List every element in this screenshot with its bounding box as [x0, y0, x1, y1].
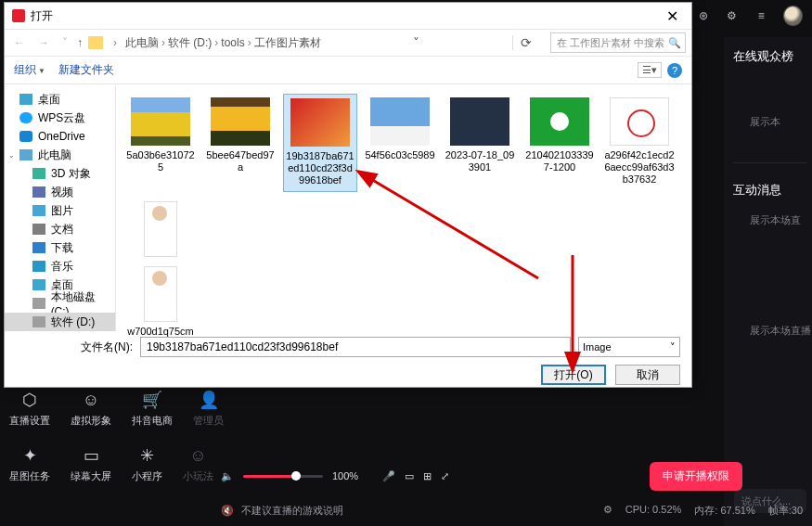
interact-title: 互动消息	[733, 182, 812, 199]
file-item[interactable]: 2104021033397-1200	[522, 94, 597, 192]
file-item[interactable]: 19b3187ba671ed110cd23f3d99618bef	[283, 94, 357, 192]
desktop-icon	[32, 279, 45, 290]
refresh-button[interactable]: ⟳	[512, 35, 539, 50]
toolbar-星图任务[interactable]: ✦星图任务	[9, 445, 50, 483]
open-button[interactable]: 打开(O)	[541, 365, 606, 385]
toolbar-label: 抖音电商	[132, 414, 173, 428]
status-gear-icon[interactable]: ⚙	[603, 504, 612, 518]
tree-item[interactable]: 桌面	[5, 90, 115, 109]
doc-icon	[32, 224, 45, 235]
breadcrumb-item[interactable]: tools	[221, 36, 244, 49]
help-button[interactable]: ?	[667, 63, 682, 78]
file-thumb	[144, 201, 177, 257]
filename-input[interactable]	[140, 337, 571, 357]
tree-item-label: 此电脑	[38, 148, 71, 163]
tree-item[interactable]: 软件 (D:)	[5, 313, 115, 331]
tree-item-label: WPS云盘	[38, 110, 85, 126]
open-file-dialog: 打开 ✕ ← → ˅ ↑ › 此电脑›软件 (D:)›tools›工作图片素材 …	[4, 2, 692, 388]
file-name: 2104021033397-1200	[524, 149, 595, 173]
file-item[interactable]: 2023-07-18_093901	[443, 94, 517, 192]
audience-title: 在线观众榜	[733, 48, 812, 65]
file-item[interactable]: 5a03b6e310725	[123, 94, 198, 192]
toolbar-icon: ⬡	[19, 390, 40, 410]
nav-back[interactable]: ←	[10, 36, 29, 49]
app-icon	[12, 9, 25, 22]
grid-icon[interactable]: ⊞	[423, 470, 432, 482]
nav-recent[interactable]: ˅	[58, 36, 71, 49]
toolbar-label: 直播设置	[9, 414, 50, 428]
organize-menu[interactable]: 组织▼	[14, 62, 45, 78]
file-grid[interactable]: 5a03b6e3107255bee647bed97a19b3187ba671ed…	[116, 86, 691, 331]
mic-icon[interactable]: 🎤	[382, 470, 395, 482]
file-thumb	[211, 97, 270, 146]
toolbar-label: 绿幕大屏	[71, 469, 111, 483]
new-folder-button[interactable]: 新建文件夹	[58, 62, 114, 78]
breadcrumb-item[interactable]: 工作图片素材	[254, 36, 321, 49]
menu-icon[interactable]: ≡	[754, 8, 768, 23]
pc-icon	[19, 149, 32, 160]
path-dropdown[interactable]: ˅	[406, 35, 427, 50]
toolbar-icon: ☺	[81, 390, 101, 410]
filetype-select[interactable]: Image˅	[578, 337, 680, 357]
tree-item[interactable]: 视频	[5, 183, 115, 201]
breadcrumb-item[interactable]: 此电脑	[125, 36, 159, 49]
settings-icon[interactable]: ⚙	[725, 8, 739, 23]
toolbar-row-2: ✦星图任务▭绿幕大屏✳小程序☺小玩法	[9, 445, 213, 483]
file-thumb	[610, 97, 669, 146]
file-item[interactable]: 54f56c03c5989	[363, 94, 437, 192]
tree-item[interactable]: 3D 对象	[5, 164, 115, 183]
folder-icon	[88, 36, 103, 49]
toolbar-icon: 🛒	[142, 390, 162, 410]
tree-item[interactable]: 图片	[5, 201, 115, 220]
toolbar-小程序[interactable]: ✳小程序	[132, 445, 162, 483]
tree-item[interactable]: ⌄此电脑	[5, 146, 115, 164]
tree-item[interactable]: 下载	[5, 238, 115, 257]
folder-tree[interactable]: 桌面WPS云盘OneDrive⌄此电脑3D 对象视频图片文档下载音乐桌面本地磁盘…	[5, 86, 116, 331]
toolbar-小玩法[interactable]: ☺小玩法	[183, 445, 213, 483]
activity-icon[interactable]: ⊛	[696, 8, 710, 23]
nav-forward[interactable]: →	[34, 36, 53, 49]
tree-item[interactable]: OneDrive	[5, 127, 115, 146]
tree-item-label: 文档	[51, 222, 73, 237]
file-item[interactable]: a296f42c1ecd26aecc99af63d3b37632	[602, 94, 677, 192]
search-input[interactable]: 在 工作图片素材 中搜索 🔍	[550, 32, 686, 53]
file-name: 5bee647bed97a	[205, 149, 276, 173]
toolbar-icon: ☺	[188, 445, 209, 466]
file-item[interactable]: w700d1q75cms	[123, 192, 198, 353]
file-thumb	[370, 97, 430, 146]
breadcrumb-item[interactable]: 软件 (D:)	[168, 36, 212, 49]
toolbar-抖音电商[interactable]: 🛒抖音电商	[132, 390, 173, 428]
onedrive-icon	[19, 131, 32, 142]
volume-icon[interactable]: 🔈	[221, 470, 234, 482]
tree-item[interactable]: WPS云盘	[5, 109, 115, 127]
expand-icon[interactable]: ⤢	[441, 470, 449, 482]
toolbar-虚拟形象[interactable]: ☺虚拟形象	[71, 390, 111, 428]
breadcrumb[interactable]: 此电脑›软件 (D:)›tools›工作图片素材	[125, 35, 321, 51]
volume-slider[interactable]	[243, 475, 323, 478]
toolbar-直播设置[interactable]: ⬡直播设置	[9, 390, 50, 428]
screen-icon[interactable]: ▭	[405, 470, 414, 482]
toolbar-row-1: ⬡直播设置☺虚拟形象🛒抖音电商👤管理员	[9, 390, 224, 428]
toolbar-icon: 👤	[199, 390, 219, 410]
view-menu[interactable]: ☰▾	[638, 62, 662, 78]
nav-up[interactable]: ↑	[77, 36, 83, 49]
file-name: 2023-07-18_093901	[445, 149, 515, 173]
interact-hint-2: 展示本场直播	[750, 324, 812, 338]
file-item[interactable]: 5bee647bed97a	[203, 94, 277, 192]
tree-item-label: 软件 (D:)	[51, 314, 95, 330]
tree-item[interactable]: 本地磁盘 (C:)	[5, 294, 115, 313]
dialog-toolbar: 组织▼ 新建文件夹 ☰▾ ?	[5, 57, 691, 84]
dialog-nav: ← → ˅ ↑ › 此电脑›软件 (D:)›tools›工作图片素材 ˅ ⟳ 在…	[5, 29, 691, 57]
mute-icon: 🔇	[221, 505, 234, 517]
close-button[interactable]: ✕	[661, 7, 684, 25]
toolbar-管理员[interactable]: 👤管理员	[193, 390, 224, 428]
cancel-button[interactable]: 取消	[615, 365, 680, 385]
avatar[interactable]	[783, 6, 803, 26]
apply-stream-button[interactable]: 申请开播权限	[650, 462, 742, 491]
tree-item[interactable]: 文档	[5, 220, 115, 238]
toolbar-绿幕大屏[interactable]: ▭绿幕大屏	[71, 445, 111, 483]
app-header: ⊛ ⚙ ≡	[696, 6, 803, 26]
audience-hint: 展示本	[750, 115, 812, 129]
fps: 帧率:30	[768, 504, 803, 518]
tree-item[interactable]: 音乐	[5, 257, 115, 276]
